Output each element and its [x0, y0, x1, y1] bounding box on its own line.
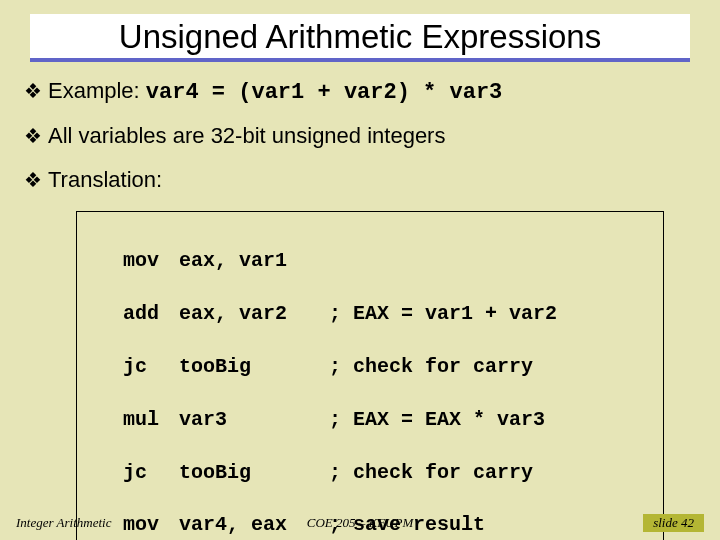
slide-number-badge: slide 42	[643, 514, 704, 532]
diamond-icon: ❖	[24, 126, 42, 146]
translation-label: Translation:	[48, 167, 162, 193]
code-box: moveax, var1 addeax, var2; EAX = var1 + …	[76, 211, 664, 540]
bullet-all-vars: ❖ All variables are 32-bit unsigned inte…	[24, 123, 690, 149]
footer: Integer Arithmetic COE 205 – KFUPM slide…	[0, 514, 720, 532]
bullet-translation: ❖ Translation:	[24, 167, 690, 193]
diamond-icon: ❖	[24, 81, 42, 101]
footer-left: Integer Arithmetic	[16, 515, 111, 531]
title-bar: Unsigned Arithmetic Expressions	[30, 14, 690, 62]
slide-content: ❖ Example: var4 = (var1 + var2) * var3 ❖…	[0, 62, 720, 540]
code-line: moveax, var1	[91, 248, 649, 274]
code-line: mulvar3; EAX = EAX * var3	[91, 407, 649, 433]
diamond-icon: ❖	[24, 170, 42, 190]
code-line: jctooBig; check for carry	[91, 354, 649, 380]
bullet-example: ❖ Example: var4 = (var1 + var2) * var3	[24, 78, 690, 105]
example-label: Example:	[48, 78, 140, 103]
slide-title: Unsigned Arithmetic Expressions	[30, 18, 690, 56]
footer-center: COE 205 – KFUPM	[307, 515, 414, 531]
all-vars-text: All variables are 32-bit unsigned intege…	[48, 123, 445, 149]
code-line: jctooBig; check for carry	[91, 460, 649, 486]
example-code: var4 = (var1 + var2) * var3	[146, 80, 502, 105]
code-line: addeax, var2; EAX = var1 + var2	[91, 301, 649, 327]
